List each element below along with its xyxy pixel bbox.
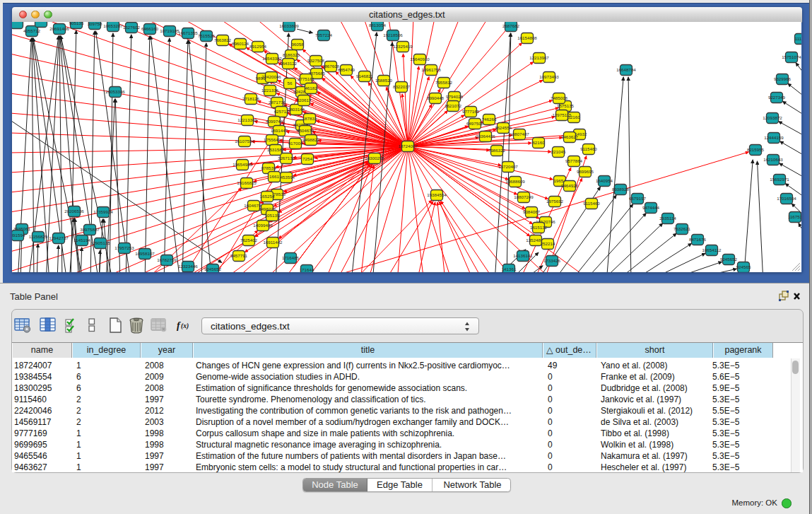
svg-text:9115460: 9115460 — [580, 146, 597, 151]
svg-text:19654985: 19654985 — [233, 162, 252, 167]
svg-text:10653287: 10653287 — [103, 23, 123, 28]
svg-text:15751074: 15751074 — [782, 54, 801, 59]
svg-text:9227349: 9227349 — [768, 95, 786, 100]
svg-text:9777169: 9777169 — [462, 109, 480, 114]
svg-text:12325419: 12325419 — [393, 44, 413, 49]
svg-text:7357224: 7357224 — [315, 33, 333, 37]
svg-text:6466160: 6466160 — [141, 26, 159, 31]
svg-text:12213967: 12213967 — [529, 55, 549, 60]
svg-text:20053346: 20053346 — [105, 89, 125, 94]
svg-text:20691406: 20691406 — [49, 26, 69, 31]
svg-text:7986322: 7986322 — [488, 148, 506, 153]
svg-text:9327508: 9327508 — [307, 58, 325, 63]
svg-text:6679197: 6679197 — [629, 196, 647, 201]
svg-text:12323446: 12323446 — [178, 264, 198, 269]
svg-text:1716485: 1716485 — [282, 255, 300, 260]
svg-text:10958107: 10958107 — [135, 251, 155, 256]
svg-text:417004: 417004 — [288, 141, 303, 146]
svg-text:3267130: 3267130 — [278, 156, 295, 160]
svg-text:30975887: 30975887 — [80, 227, 100, 232]
svg-text:221045: 221045 — [551, 149, 566, 154]
svg-text:18724007: 18724007 — [398, 144, 418, 148]
svg-text:9699695: 9699695 — [577, 169, 594, 174]
svg-text:16543382: 16543382 — [262, 56, 282, 61]
svg-text:2687682: 2687682 — [502, 23, 520, 28]
svg-text:9794028: 9794028 — [446, 94, 464, 99]
svg-text:1621072: 1621072 — [445, 103, 462, 108]
svg-text:18807249: 18807249 — [514, 194, 534, 199]
svg-text:15640910: 15640910 — [410, 57, 430, 62]
svg-text:425712: 425712 — [274, 109, 289, 114]
svg-text:905135: 905135 — [69, 22, 84, 25]
svg-text:14099489: 14099489 — [253, 223, 273, 228]
svg-text:9474444: 9474444 — [642, 205, 660, 210]
svg-text:10807487: 10807487 — [510, 132, 529, 136]
svg-text:16210643: 16210643 — [763, 157, 783, 162]
svg-text:2935114: 2935114 — [659, 216, 676, 221]
svg-text:1733426: 1733426 — [543, 258, 561, 263]
svg-text:252214: 252214 — [541, 241, 555, 246]
svg-text:7485008: 7485008 — [551, 95, 568, 100]
svg-text:14136141: 14136141 — [513, 253, 533, 258]
svg-text:7955812: 7955812 — [435, 80, 453, 85]
svg-text:9457791: 9457791 — [230, 253, 248, 258]
svg-text:320617: 320617 — [297, 98, 312, 103]
svg-text:1755640: 1755640 — [264, 137, 281, 142]
svg-text:9504679: 9504679 — [297, 128, 314, 133]
svg-text:16648784: 16648784 — [616, 67, 636, 72]
svg-text:9463627: 9463627 — [561, 134, 579, 139]
svg-text:19384554: 19384554 — [427, 192, 447, 197]
svg-text:6497508: 6497508 — [466, 121, 484, 126]
svg-text:10719185: 10719185 — [160, 28, 180, 33]
svg-text:1588520: 1588520 — [375, 78, 393, 83]
svg-text:9577864: 9577864 — [565, 158, 583, 163]
svg-text:8186323: 8186323 — [283, 52, 300, 57]
svg-text:11122: 11122 — [795, 36, 801, 41]
svg-text:9115460: 9115460 — [583, 201, 600, 206]
svg-text:1221336: 1221336 — [261, 88, 279, 93]
svg-text:12213369: 12213369 — [237, 117, 257, 122]
svg-text:1145194: 1145194 — [73, 238, 90, 243]
svg-text:924565: 924565 — [736, 264, 751, 269]
svg-text:20364436: 20364436 — [476, 134, 495, 139]
svg-text:9643122: 9643122 — [280, 61, 298, 66]
svg-text:878539: 878539 — [261, 165, 276, 170]
svg-text:7515526: 7515526 — [198, 33, 216, 38]
svg-text:16107554: 16107554 — [235, 139, 254, 144]
svg-text:16033809: 16033809 — [279, 23, 299, 28]
svg-text:20206536: 20206536 — [64, 209, 84, 214]
svg-text:2867608: 2867608 — [322, 64, 340, 69]
svg-text:1615132: 1615132 — [530, 225, 548, 230]
svg-text:3624554: 3624554 — [495, 125, 512, 130]
svg-text:1527602: 1527602 — [123, 25, 141, 30]
svg-text:9329966: 9329966 — [774, 76, 792, 81]
svg-text:116753: 116753 — [788, 214, 801, 219]
svg-text:10973493: 10973493 — [539, 74, 559, 79]
svg-text:309758: 309758 — [88, 22, 102, 26]
svg-text:2775161: 2775161 — [298, 76, 315, 81]
svg-text:9146821: 9146821 — [356, 74, 374, 78]
svg-text:62160: 62160 — [532, 140, 545, 145]
svg-text:105135: 105135 — [265, 213, 280, 218]
svg-text:7632621: 7632621 — [673, 226, 691, 231]
svg-text:8912954: 8912954 — [249, 44, 267, 49]
svg-text:8813054: 8813054 — [369, 23, 387, 28]
svg-text:8215955: 8215955 — [747, 147, 765, 152]
svg-text:8990448: 8990448 — [427, 95, 445, 100]
svg-text:10961758: 10961758 — [421, 67, 441, 72]
svg-text:10654112: 10654112 — [702, 247, 722, 252]
svg-text:1640954: 1640954 — [596, 178, 613, 183]
svg-text:46182: 46182 — [305, 86, 317, 90]
svg-text:8938928: 8938928 — [612, 187, 630, 192]
svg-text:8471676: 8471676 — [689, 237, 707, 242]
svg-text:18300295: 18300295 — [365, 156, 384, 160]
svg-text:9084067: 9084067 — [523, 209, 541, 214]
svg-text:391594: 391594 — [12, 233, 25, 238]
svg-text:11156829: 11156829 — [29, 234, 48, 239]
svg-text:16154808: 16154808 — [517, 35, 537, 40]
svg-text:7625402: 7625402 — [240, 238, 258, 243]
svg-text:171644: 171644 — [300, 267, 314, 272]
svg-text:2718126: 2718126 — [242, 96, 260, 101]
svg-text:7254: 7254 — [302, 156, 312, 161]
svg-text:19166825: 19166825 — [237, 180, 257, 185]
